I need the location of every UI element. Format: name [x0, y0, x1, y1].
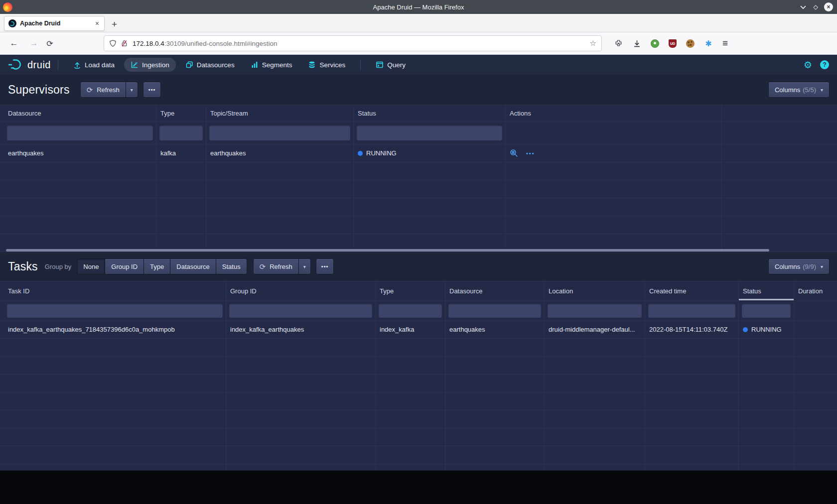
supervisors-table: Datasource Type Topic/Stream Status Acti…	[0, 105, 837, 252]
supervisors-refresh-button[interactable]: ⟳ Refresh	[81, 82, 126, 97]
cell-group-id: index_kafka_earthquakes	[226, 321, 376, 338]
ublock-extension-icon[interactable]: UD	[669, 39, 677, 48]
col-header-task-id[interactable]: Task ID	[0, 281, 226, 300]
filter-status-input[interactable]	[742, 304, 791, 318]
inspect-magnifier-icon[interactable]	[510, 149, 518, 157]
bookmark-star-icon[interactable]: ☆	[590, 39, 596, 48]
col-header-datasource[interactable]: Datasource	[0, 105, 156, 122]
navbar-divider	[58, 59, 58, 70]
horizontal-scrollbar[interactable]	[6, 249, 769, 252]
url-host: 172.18.0.4	[133, 40, 164, 47]
help-icon[interactable]: ?	[820, 60, 829, 69]
tasks-title: Tasks	[8, 260, 38, 273]
nav-label: Services	[319, 61, 345, 69]
filter-datasource-input[interactable]	[448, 304, 541, 318]
col-header-status-sorted[interactable]: Status	[739, 281, 794, 300]
url-bar[interactable]: 172.18.0.4:30109/unified-console.html#in…	[104, 35, 602, 51]
nav-segments[interactable]: Segments	[244, 58, 299, 72]
status-text: RUNNING	[366, 149, 397, 157]
filter-datasource-input[interactable]	[7, 126, 153, 140]
status-text: RUNNING	[751, 326, 782, 333]
col-header-status[interactable]: Status	[354, 105, 506, 122]
refresh-icon: ⟳	[260, 263, 266, 270]
nav-label: Datasources	[197, 61, 235, 69]
load-data-icon	[73, 61, 81, 69]
tasks-header-row: Task ID Group ID Type Datasource Locatio…	[0, 281, 837, 301]
status-running-dot	[743, 327, 748, 332]
filter-created-time-input[interactable]	[648, 304, 735, 318]
cookie-extension-icon[interactable]	[686, 39, 695, 48]
maximize-icon[interactable]: ◇	[812, 3, 820, 10]
nav-ingestion[interactable]: Ingestion	[124, 58, 176, 72]
shield-icon[interactable]	[109, 39, 117, 47]
tasks-more-button[interactable]: •••	[316, 259, 334, 274]
nav-datasources[interactable]: Datasources	[179, 58, 241, 72]
group-by-status-button[interactable]: Status	[216, 259, 247, 274]
col-header-created-time[interactable]: Created time	[645, 281, 739, 300]
refresh-label: Refresh	[270, 263, 292, 270]
chevron-down-icon: ▾	[821, 87, 823, 93]
minimize-icon[interactable]	[799, 4, 807, 9]
insecure-lock-icon[interactable]	[121, 39, 128, 47]
group-by-none-button[interactable]: None	[77, 259, 105, 274]
filter-type-input[interactable]	[379, 304, 442, 318]
nav-load-data[interactable]: Load data	[67, 58, 121, 72]
col-header-type[interactable]: Type	[376, 281, 445, 300]
col-header-topic-stream[interactable]: Topic/Stream	[206, 105, 354, 122]
supervisors-refresh-caret-button[interactable]: ▾	[126, 82, 138, 97]
url-text[interactable]: 172.18.0.4:30109/unified-console.html#in…	[133, 40, 590, 47]
columns-count: (9/9)	[803, 263, 816, 270]
group-by-type-button[interactable]: Type	[144, 259, 170, 274]
filter-group-id-input[interactable]	[229, 304, 372, 318]
druid-brand[interactable]: druid	[7, 58, 51, 71]
new-tab-button[interactable]: +	[112, 19, 117, 29]
extensions-icon[interactable]	[614, 39, 623, 48]
supervisors-more-button[interactable]: •••	[143, 82, 161, 97]
group-by-datasource-button[interactable]: Datasource	[170, 259, 215, 274]
supervisors-header-row: Datasource Type Topic/Stream Status Acti…	[0, 105, 837, 122]
cell-topic-stream: earthquakes	[206, 144, 354, 162]
hamburger-menu-icon[interactable]: ≡	[722, 38, 728, 49]
reload-icon[interactable]: ⟳	[44, 39, 56, 48]
group-by-group-id-button[interactable]: Group ID	[105, 259, 143, 274]
filter-topic-stream-input[interactable]	[209, 126, 350, 140]
refresh-label: Refresh	[97, 86, 120, 94]
filter-location-input[interactable]	[548, 304, 642, 318]
theme-extension-icon[interactable]: ✱	[704, 39, 713, 48]
close-window-icon[interactable]: ×	[824, 2, 833, 11]
col-header-location[interactable]: Location	[545, 281, 645, 300]
back-icon[interactable]: ←	[8, 38, 20, 48]
downloads-icon[interactable]	[632, 39, 641, 48]
row-more-actions-icon[interactable]: •••	[526, 150, 535, 156]
browser-tab[interactable]: Apache Druid ×	[4, 16, 105, 31]
supervisors-columns-button[interactable]: Columns (5/5) ▾	[769, 82, 829, 97]
tab-close-icon[interactable]: ×	[94, 19, 100, 27]
privacy-extension-icon[interactable]	[651, 39, 659, 48]
tasks-refresh-button[interactable]: ⟳ Refresh	[254, 259, 298, 274]
col-header-actions[interactable]: Actions	[506, 105, 722, 122]
cell-created-time: 2022-08-15T14:11:03.740Z	[645, 321, 739, 338]
ingestion-icon	[131, 61, 139, 69]
tasks-table: Task ID Group ID Type Datasource Locatio…	[0, 281, 837, 470]
services-icon	[308, 61, 316, 69]
forward-icon: →	[28, 38, 40, 48]
filter-status-input[interactable]	[357, 126, 502, 140]
cell-datasource: earthquakes	[445, 321, 545, 338]
settings-gear-icon[interactable]: ⚙	[804, 60, 812, 70]
nav-label: Query	[387, 61, 406, 69]
nav-query[interactable]: Query	[369, 58, 412, 72]
col-header-group-id[interactable]: Group ID	[226, 281, 376, 300]
col-header-type[interactable]: Type	[156, 105, 206, 122]
filter-type-input[interactable]	[159, 126, 203, 140]
col-header-duration[interactable]: Duration	[794, 281, 837, 300]
nav-services[interactable]: Services	[301, 58, 352, 72]
tasks-refresh-caret-button[interactable]: ▾	[299, 259, 310, 274]
tasks-columns-button[interactable]: Columns (9/9) ▾	[769, 259, 829, 274]
filter-task-id-input[interactable]	[7, 304, 223, 318]
druid-logo-icon	[7, 58, 24, 71]
cell-status: RUNNING	[354, 144, 506, 162]
nav-label: Ingestion	[142, 61, 169, 69]
col-header-datasource[interactable]: Datasource	[445, 281, 545, 300]
chevron-down-icon: ▾	[303, 264, 306, 269]
refresh-icon: ⟳	[87, 86, 93, 94]
